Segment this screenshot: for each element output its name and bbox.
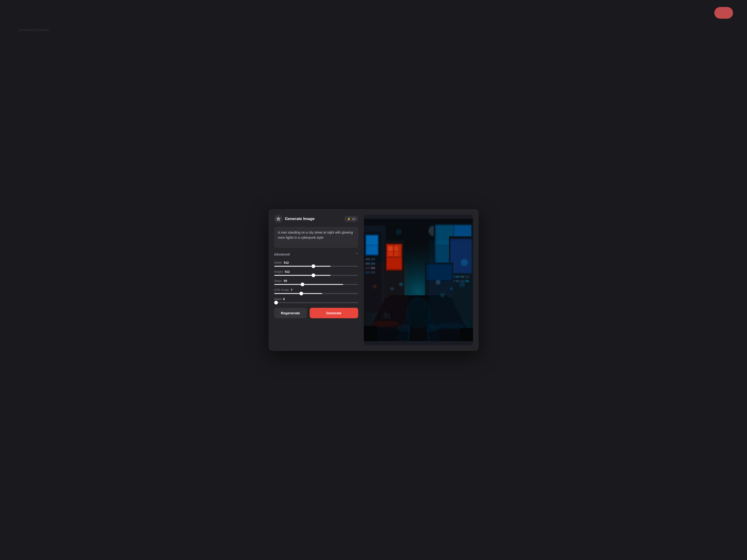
svg-rect-87 — [364, 262, 408, 328]
width-slider-row: Width 512 — [274, 261, 358, 267]
chevron-up-icon: ⌃ — [355, 252, 358, 256]
steps-value: 50 — [284, 279, 287, 283]
height-value: 512 — [285, 270, 290, 274]
background-text: something blurred — [19, 28, 49, 32]
buttons-row: Regenerate Generate — [274, 308, 358, 318]
cfg-value: 7 — [291, 288, 292, 292]
background-blob — [714, 7, 733, 19]
seed-slider-row: Seed 0 — [274, 297, 358, 303]
svg-point-78 — [406, 298, 430, 328]
svg-point-4 — [396, 229, 401, 234]
steps-slider-row: Steps 50 — [274, 279, 358, 285]
cfg-label: CFG Scale — [274, 288, 289, 292]
svg-rect-88 — [429, 241, 473, 328]
panel-title: Generate Image — [285, 217, 315, 221]
left-panel: Generate Image ⚡ 10 A man standing on a … — [274, 215, 358, 345]
width-label: Width — [274, 261, 282, 264]
regenerate-button[interactable]: Regenerate — [274, 308, 307, 318]
cfg-slider-row: CFG Scale 7 — [274, 288, 358, 294]
steps-slider[interactable] — [274, 284, 358, 285]
generate-image-modal: Generate Image ⚡ 10 A man standing on a … — [268, 209, 479, 351]
sparkle-icon — [274, 215, 283, 223]
advanced-section-toggle[interactable]: Advanced ⌃ — [274, 252, 358, 257]
svg-rect-18 — [370, 258, 375, 260]
cfg-slider[interactable] — [274, 293, 358, 294]
seed-value: 0 — [283, 297, 285, 301]
height-slider-row: Height 512 — [274, 270, 358, 276]
width-value: 512 — [284, 261, 289, 264]
height-label: Height — [274, 270, 283, 274]
height-slider[interactable] — [274, 275, 358, 276]
prompt-text: A man standing on a city street at night… — [278, 230, 355, 240]
cyberpunk-scene-svg — [364, 215, 473, 345]
seed-slider[interactable] — [274, 302, 358, 303]
generate-button[interactable]: Generate — [310, 308, 358, 318]
svg-rect-17 — [365, 258, 370, 260]
width-slider[interactable] — [274, 266, 358, 267]
svg-rect-90 — [460, 328, 473, 341]
svg-rect-35 — [394, 252, 398, 256]
svg-rect-16 — [366, 246, 378, 254]
sliders-area: Width 512 Height 512 Steps 50 — [274, 261, 358, 303]
bolt-icon: ⚡ — [347, 217, 351, 221]
prompt-box[interactable]: A man standing on a city street at night… — [274, 227, 358, 248]
svg-rect-32 — [388, 246, 392, 251]
svg-rect-33 — [394, 246, 398, 251]
svg-rect-89 — [364, 326, 377, 341]
token-badge: ⚡ 10 — [344, 216, 358, 222]
advanced-label: Advanced — [274, 252, 290, 256]
panel-header: Generate Image ⚡ 10 — [274, 215, 358, 223]
steps-label: Steps — [274, 279, 282, 283]
seed-label: Seed — [274, 297, 281, 301]
svg-rect-34 — [388, 252, 392, 256]
token-count: 10 — [352, 217, 355, 221]
title-group: Generate Image — [274, 215, 315, 223]
svg-rect-15 — [366, 236, 378, 245]
generated-image-panel — [364, 215, 473, 345]
